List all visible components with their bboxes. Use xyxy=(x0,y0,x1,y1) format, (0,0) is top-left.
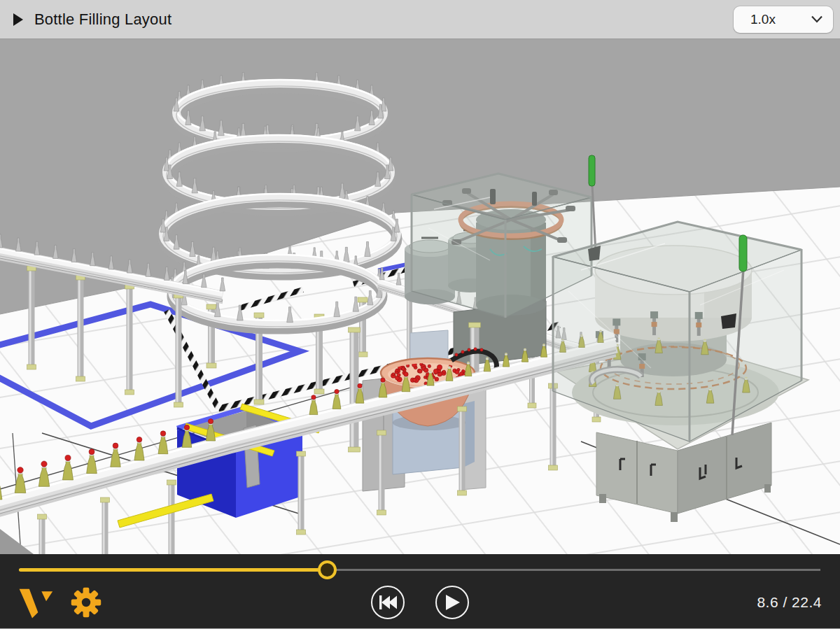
simulation-app: Bottle Filling Layout 1.0x xyxy=(0,0,840,629)
time-display: 8.6 / 22.4 xyxy=(757,594,822,611)
chevron-down-icon xyxy=(811,15,822,23)
settings-button[interactable] xyxy=(70,586,102,619)
top-bar: Bottle Filling Layout 1.0x xyxy=(0,0,840,39)
timeline-fill xyxy=(19,568,327,572)
playback-bar: 8.6 / 22.4 xyxy=(0,554,840,628)
speed-select[interactable]: 1.0x xyxy=(734,6,833,33)
expand-panel-icon[interactable] xyxy=(13,13,23,26)
scene-svg xyxy=(0,39,840,554)
visual-components-logo xyxy=(18,586,53,619)
page-title: Bottle Filling Layout xyxy=(34,10,172,29)
viewport-3d[interactable] xyxy=(0,39,840,554)
timeline-slider[interactable] xyxy=(19,563,820,577)
play-button[interactable] xyxy=(435,586,469,619)
speed-value: 1.0x xyxy=(750,12,776,27)
play-icon xyxy=(443,594,461,611)
skip-to-start-icon xyxy=(377,594,398,611)
controls-row: 8.6 / 22.4 xyxy=(0,577,840,628)
gear-icon xyxy=(70,586,102,619)
rewind-button[interactable] xyxy=(371,586,405,619)
